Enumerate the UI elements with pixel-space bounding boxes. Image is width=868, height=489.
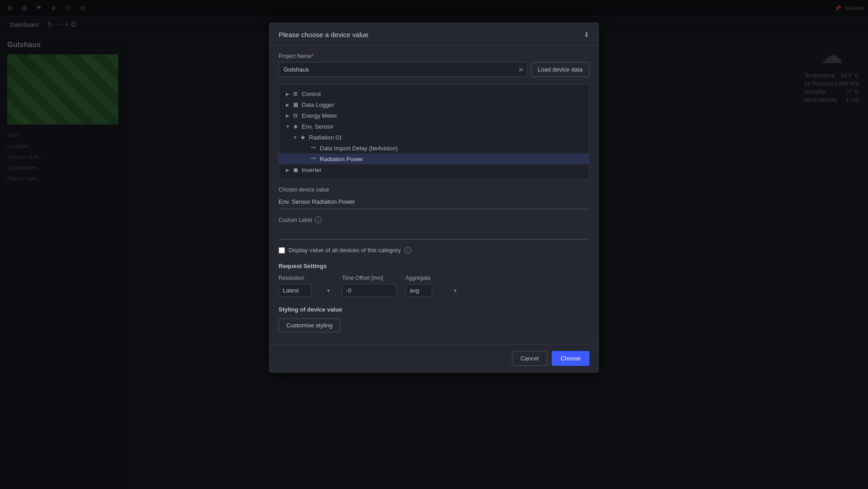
customise-styling-button[interactable]: Customise styling xyxy=(279,318,340,332)
aggregate-field: Aggregate avg sum min max xyxy=(405,275,460,297)
tree-label-envsensor: Env. Sensor xyxy=(302,123,333,130)
time-offset-field: Time Offset [min] xyxy=(342,275,396,297)
time-offset-label: Time Offset [min] xyxy=(342,275,396,281)
tree-item-dataimport[interactable]: 〜 Data Import Delay (be4vision) xyxy=(279,143,589,153)
tree-label-control: Control xyxy=(302,91,321,97)
tree-item-networkinterface[interactable]: ▶ ⊞ Network Interface xyxy=(279,175,589,179)
modal-header: Please choose a device value ⬇ xyxy=(270,23,598,46)
chosen-device-value-display: Env. Sensor Radiation Power xyxy=(279,196,589,209)
display-all-info-icon[interactable]: i xyxy=(405,247,411,254)
display-all-label: Display value of all devices of this cat… xyxy=(289,247,401,254)
custom-label-input[interactable] xyxy=(279,226,589,240)
custom-label-row: Custom Label i xyxy=(279,216,589,223)
device-tree[interactable]: ▶ ⊞ Control ▶ ▦ Data Logger ▶ ⊟ Energy M… xyxy=(279,84,589,179)
request-settings-grid: Resolution Latest Hourly Daily Time Offs… xyxy=(279,275,589,297)
tree-label-radpower: Radiation Power xyxy=(320,156,363,163)
request-settings-title: Request Settings xyxy=(279,263,589,269)
tree-label-energymeter: Energy Meter xyxy=(302,112,337,119)
tree-label-inverter: Inverter xyxy=(302,167,322,173)
resolution-label: Resolution xyxy=(279,275,333,281)
tree-label-networkinterface: Network Interface xyxy=(302,177,348,180)
display-all-checkbox-row: Display value of all devices of this cat… xyxy=(279,247,589,254)
tree-icon-datalogger: ▦ xyxy=(292,101,299,108)
tree-arrow-envsensor: ▼ xyxy=(285,123,291,129)
chosen-device-value-label: Chosen device value xyxy=(279,187,589,193)
project-name-input-wrap: ✕ xyxy=(279,62,527,77)
modal-collapse-button[interactable]: ⬇ xyxy=(583,30,589,39)
tree-icon-control: ⊞ xyxy=(292,90,299,97)
tree-item-datalogger[interactable]: ▶ ▦ Data Logger xyxy=(279,99,589,110)
resolution-select[interactable]: Latest Hourly Daily xyxy=(279,284,311,297)
aggregate-select-wrap: avg sum min max xyxy=(405,284,460,297)
tree-label-datalogger: Data Logger xyxy=(302,101,334,108)
display-all-checkbox[interactable] xyxy=(279,247,285,254)
tree-item-radpower[interactable]: 〜 Radiation Power xyxy=(279,153,589,164)
tree-icon-radpower: 〜 xyxy=(310,155,317,163)
styling-section: Styling of device value Customise stylin… xyxy=(279,306,589,332)
tree-arrow-networkinterface: ▶ xyxy=(285,177,291,179)
tree-item-radiation01[interactable]: ▼ ◈ Radiation 01 xyxy=(279,132,589,143)
cancel-button[interactable]: Cancel xyxy=(512,351,547,366)
tree-arrow-control: ▶ xyxy=(285,91,291,97)
tree-item-control[interactable]: ▶ ⊞ Control xyxy=(279,88,589,99)
modal-footer: Cancel Choose xyxy=(270,344,598,372)
custom-label-info-icon[interactable]: i xyxy=(315,216,322,223)
tree-icon-dataimport: 〜 xyxy=(310,144,317,152)
resolution-select-wrap: Latest Hourly Daily xyxy=(279,284,333,297)
tree-arrow-energymeter: ▶ xyxy=(285,112,291,119)
tree-item-envsensor[interactable]: ▼ ◈ Env. Sensor xyxy=(279,121,589,132)
clear-input-icon[interactable]: ✕ xyxy=(518,66,524,73)
tree-arrow-datalogger: ▶ xyxy=(285,101,291,108)
tree-item-inverter[interactable]: ▶ ▣ Inverter xyxy=(279,164,589,175)
resolution-field: Resolution Latest Hourly Daily xyxy=(279,275,333,297)
tree-item-energymeter[interactable]: ▶ ⊟ Energy Meter xyxy=(279,110,589,121)
aggregate-label: Aggregate xyxy=(405,275,460,281)
tree-arrow-inverter: ▶ xyxy=(285,167,291,173)
tree-icon-networkinterface: ⊞ xyxy=(292,177,299,179)
modal-title: Please choose a device value xyxy=(279,31,368,38)
custom-label-label: Custom Label xyxy=(279,217,312,223)
project-name-row: ✕ Load device data xyxy=(279,62,589,77)
load-device-data-button[interactable]: Load device data xyxy=(531,62,589,77)
tree-arrow-radiation01: ▼ xyxy=(292,134,298,140)
tree-icon-radiation01: ◈ xyxy=(299,134,306,141)
tree-label-dataimport: Data Import Delay (be4vision) xyxy=(320,145,398,152)
tree-icon-inverter: ▣ xyxy=(292,166,299,173)
project-name-input[interactable] xyxy=(279,62,527,77)
tree-label-radiation01: Radiation 01 xyxy=(309,134,342,141)
modal-overlay: Please choose a device value ⬇ Project N… xyxy=(0,0,868,489)
choose-button[interactable]: Choose xyxy=(552,351,589,366)
tree-icon-envsensor: ◈ xyxy=(292,123,299,130)
project-name-label: Project Name* xyxy=(279,53,589,59)
device-value-modal: Please choose a device value ⬇ Project N… xyxy=(269,23,599,373)
tree-icon-energymeter: ⊟ xyxy=(292,112,299,119)
time-offset-input[interactable] xyxy=(342,284,396,297)
modal-body: Project Name* ✕ Load device data ▶ ⊞ Con… xyxy=(270,46,598,344)
styling-title: Styling of device value xyxy=(279,306,589,313)
aggregate-select[interactable]: avg sum min max xyxy=(405,284,432,297)
